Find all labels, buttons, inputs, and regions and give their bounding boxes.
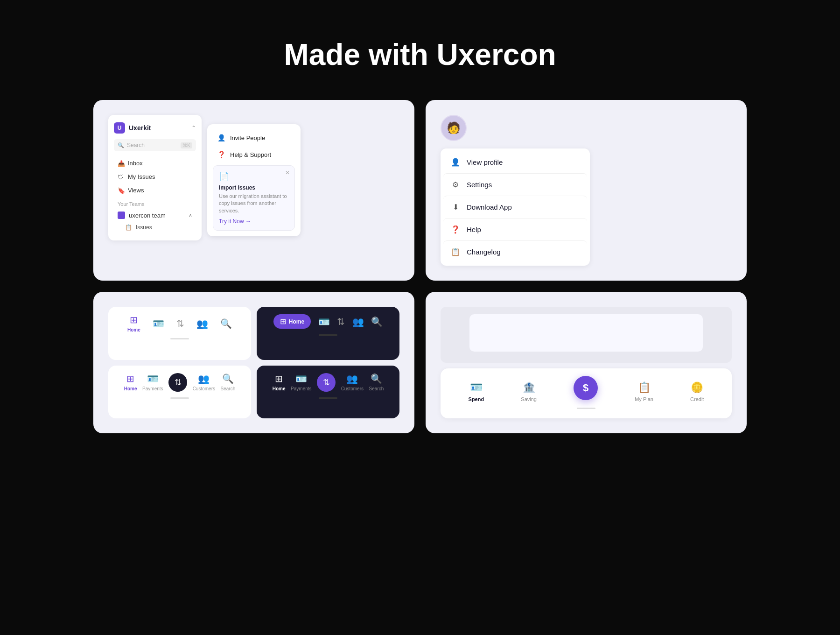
tab-payments-light[interactable]: 🪪 Payments — [142, 373, 163, 391]
team-name: uxercon team — [129, 212, 185, 219]
home-icon-dl: ⊞ — [275, 373, 283, 384]
menu-invite[interactable]: 👤 Invite People — [213, 130, 295, 146]
menu-label-help: Help & Support — [230, 151, 271, 158]
customers-icon-dl: 👥 — [346, 373, 358, 384]
plan-icon: 📋 — [638, 381, 651, 394]
tab-search-dark[interactable]: 🔍 — [371, 316, 383, 327]
finance-content-area — [441, 307, 732, 363]
tab-home-light-labeled[interactable]: ⊞ Home — [124, 373, 137, 391]
invite-icon: 👤 — [217, 134, 225, 141]
tab-search-light[interactable]: 🔍 — [220, 318, 232, 329]
tab-customers-dark[interactable]: 👥 Customers — [341, 373, 364, 391]
menu-settings[interactable]: ⚙ Settings — [443, 173, 587, 196]
sidebar-panel: U Uxerkit ⌃ 🔍 Search ⌘K 📥 Inbox 🛡 My Iss… — [108, 115, 202, 240]
credit-icon: 🪙 — [691, 381, 703, 394]
expand-icon[interactable]: ⌃ — [191, 125, 196, 131]
nav-bar-light-labeled: ⊞ Home 🪪 Payments ⇅ 👥 Customers 🔍 Search — [118, 373, 242, 392]
payments-icon-ll: 🪪 — [147, 373, 159, 384]
search-shortcut: ⌘K — [181, 142, 192, 148]
close-icon[interactable]: ✕ — [285, 169, 290, 176]
finance-nav: 🪪 Spend 🏦 Saving $ 📋 My Plan — [441, 368, 732, 418]
tab-customers-light[interactable]: 👥 Customers — [193, 373, 215, 391]
nav-inbox[interactable]: 📥 Inbox — [114, 157, 196, 169]
menu-changelog[interactable]: 📋 Changelog — [443, 240, 587, 263]
home-icon-ll: ⊞ — [126, 373, 134, 384]
card-sidebar: U Uxerkit ⌃ 🔍 Search ⌘K 📥 Inbox 🛡 My Iss… — [93, 100, 414, 281]
section-label: Your Teams — [114, 198, 196, 209]
card-profile: 🧑 👤 View profile ⚙ Settings ⬇ Download A… — [426, 100, 747, 281]
card-icon-dark: 🪪 — [318, 316, 330, 327]
home-indicator-dark — [319, 334, 337, 336]
team-icon — [118, 212, 125, 219]
tab-users-dark[interactable]: 👥 — [352, 316, 364, 327]
app-name: Uxerkit — [129, 124, 151, 132]
users-icon: 👥 — [196, 318, 208, 329]
sub-issues[interactable]: 📋 Issues — [114, 222, 196, 233]
fab-button-dark[interactable]: ⇅ — [317, 373, 336, 392]
nav-label-inbox: Inbox — [128, 160, 143, 167]
nav-bar-dark-labeled: ⊞ Home 🪪 Payments ⇅ 👥 Customers 🔍 Search — [266, 373, 390, 392]
saving-label: Saving — [521, 396, 537, 402]
download-icon: ⬇ — [451, 203, 460, 212]
menu-view-profile[interactable]: 👤 View profile — [443, 151, 587, 173]
tab-search-dark-labeled[interactable]: 🔍 Search — [369, 373, 384, 391]
card-icon: 🪪 — [153, 318, 164, 329]
tab-transfer-light[interactable]: ⇅ — [176, 318, 184, 329]
home-icon: ⊞ — [130, 314, 138, 325]
transfer-icon-dark: ⇅ — [337, 316, 345, 327]
tab-payments-dark[interactable]: 🪪 Payments — [291, 373, 311, 391]
fab-button-light[interactable]: ⇅ — [168, 373, 187, 392]
tab-fab-finance[interactable]: $ — [574, 376, 598, 402]
nav-views[interactable]: 🔖 Views — [114, 184, 196, 197]
import-desc: Use our migration assistant to copy issu… — [219, 193, 289, 214]
tab-home-light[interactable]: ⊞ Home — [127, 314, 140, 332]
finance-home-indicator — [577, 408, 595, 409]
profile-menu: 👤 View profile ⚙ Settings ⬇ Download App… — [441, 148, 590, 266]
tab-spend[interactable]: 🪪 Spend — [469, 381, 484, 402]
tab-users-light[interactable]: 👥 — [196, 318, 208, 329]
tab-transfer-dark[interactable]: ⇅ — [337, 316, 345, 327]
search-placeholder: Search — [127, 142, 178, 148]
help-icon: ❓ — [217, 151, 225, 158]
nav-label-views: Views — [128, 187, 144, 194]
sub-label-issues: Issues — [136, 224, 152, 231]
view-profile-label: View profile — [467, 158, 503, 166]
nav-light-labeled: ⊞ Home 🪪 Payments ⇅ 👥 Customers 🔍 Search — [108, 366, 251, 419]
avatar: 🧑 — [441, 115, 467, 141]
search-icon-dark: 🔍 — [371, 316, 383, 327]
tab-home-dark-active[interactable]: ⊞ Home — [273, 314, 311, 329]
team-item[interactable]: uxercon team ∧ — [114, 209, 196, 222]
home-indicator-dl — [319, 397, 337, 399]
help-label: Help — [467, 226, 481, 233]
tab-card-light[interactable]: 🪪 — [153, 318, 164, 329]
changelog-icon: 📋 — [451, 247, 460, 256]
page-title: Made with Uxercon — [284, 37, 556, 72]
finance-fab-button[interactable]: $ — [574, 376, 598, 400]
sidebar-search[interactable]: 🔍 Search ⌘K — [114, 139, 196, 151]
nav-bar-dark-simple: ⊞ Home 🪪 ⇅ 👥 🔍 — [266, 314, 390, 329]
tab-card-dark[interactable]: 🪪 — [318, 316, 330, 327]
users-icon-dark: 👥 — [352, 316, 364, 327]
tab-my-plan[interactable]: 📋 My Plan — [635, 381, 653, 402]
tab-credit[interactable]: 🪙 Credit — [690, 381, 704, 402]
menu-help-profile[interactable]: ❓ Help — [443, 218, 587, 240]
spend-label: Spend — [469, 396, 484, 402]
menu-help[interactable]: ❓ Help & Support — [213, 147, 295, 162]
search-icon-dl: 🔍 — [371, 373, 382, 384]
menu-download-app[interactable]: ⬇ Download App — [443, 196, 587, 218]
tab-search-light-labeled[interactable]: 🔍 Search — [221, 373, 236, 391]
views-icon: 🔖 — [118, 187, 124, 194]
card-mobile: ⊞ Home 🪪 ⇅ 👥 🔍 — [93, 292, 414, 433]
tab-saving[interactable]: 🏦 Saving — [521, 381, 537, 402]
import-cta[interactable]: Try it Now → — [219, 218, 289, 225]
settings-label: Settings — [467, 181, 492, 189]
help-circle-icon: ❓ — [451, 225, 460, 234]
nav-dark-simple: ⊞ Home 🪪 ⇅ 👥 🔍 — [257, 307, 399, 360]
nav-dark-labeled: ⊞ Home 🪪 Payments ⇅ 👥 Customers 🔍 Search — [257, 366, 399, 419]
tab-fab-light[interactable]: ⇅ — [168, 373, 187, 392]
tab-fab-dark[interactable]: ⇅ — [317, 373, 336, 392]
nav-light-simple: ⊞ Home 🪪 ⇅ 👥 🔍 — [108, 307, 251, 360]
tab-home-dark-labeled[interactable]: ⊞ Home — [273, 373, 286, 391]
nav-my-issues[interactable]: 🛡 My Issues — [114, 170, 196, 183]
team-chevron-icon: ∧ — [189, 212, 192, 219]
